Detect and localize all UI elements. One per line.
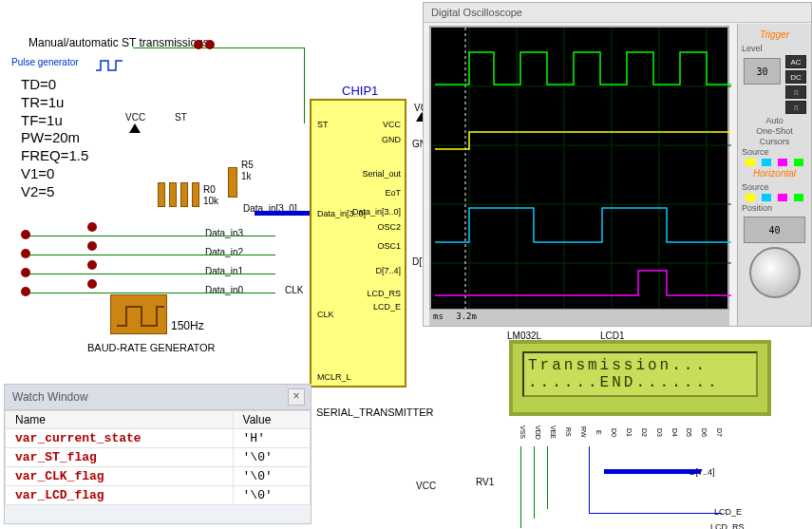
table-row[interactable]: var_current_state'H' (6, 429, 311, 448)
pin-eot: EoT (355, 188, 401, 198)
switch-st-b[interactable] (205, 40, 215, 49)
vcc-label-3: VCC (416, 481, 436, 491)
edge-rising-icon[interactable]: ⎍ (785, 85, 806, 99)
pin-lcde: LCD_E (355, 302, 401, 312)
data-in1-label: Data_in1 (205, 266, 243, 276)
data-in0-label: Data_in0 (205, 285, 243, 295)
var-value: '\0' (233, 467, 310, 486)
horizontal-heading: Horizontal (742, 168, 807, 179)
param-td: TD=0 (21, 76, 88, 94)
dc-button[interactable]: DC (785, 70, 806, 84)
scope-time-value: 3.2m (456, 312, 477, 321)
oneshot-button[interactable]: One-Shot (742, 126, 807, 136)
switch-d2-b[interactable] (87, 241, 97, 251)
param-tf: TF=1u (21, 112, 88, 130)
lcd-pin: D6 (694, 422, 708, 443)
wire (133, 47, 304, 48)
timebase-dial[interactable] (749, 247, 801, 298)
watch-window-title: Watch Window × (5, 385, 311, 410)
chip-title: CHIP1 (342, 84, 378, 98)
lcd-pin: RS (558, 422, 572, 443)
level-value: 30 (756, 66, 767, 77)
lcd-line-2: ......END....... (528, 374, 752, 391)
pin-serialout: Serial_out (348, 169, 401, 179)
watch-title-text: Watch Window (12, 390, 88, 404)
var-value: 'H' (233, 429, 310, 448)
lcd-line-1: Transmission... (528, 357, 752, 374)
cursors-button[interactable]: Cursors (742, 137, 807, 146)
level-slider[interactable]: 30 (744, 58, 781, 85)
r0-value: 10k (203, 196, 218, 206)
watch-col-value[interactable]: Value (233, 411, 310, 429)
wire (589, 446, 590, 513)
vcc-arrow-icon (129, 123, 141, 133)
auto-button[interactable]: Auto (742, 116, 807, 125)
source-selector-2[interactable] (742, 194, 807, 201)
table-row[interactable]: var_LCD_flag'\0' (6, 486, 311, 505)
lcd-pin: D0 (604, 422, 617, 443)
clk-label: CLK (285, 285, 303, 295)
var-name: var_ST_flag (6, 448, 234, 467)
oscilloscope-screen[interactable] (429, 26, 729, 320)
resistor-r0b[interactable] (169, 182, 177, 207)
edge-falling-icon[interactable]: ⎍ (785, 101, 806, 114)
switch-d3-b[interactable] (87, 222, 97, 232)
lcd-pin: D4 (665, 422, 678, 443)
oscilloscope-panel: Trigger Level 30 AC DC ⎍ ⎍ Auto One-Shot… (737, 24, 811, 326)
pin-osc2: OSC2 (355, 222, 401, 232)
pulse-params: TD=0 TR=1u TF=1u PW=20m FREQ=1.5 V1=0 V2… (21, 76, 88, 200)
var-value: '\0' (233, 486, 310, 505)
data-bus-wire (255, 211, 310, 216)
source-label-2: Source (742, 182, 807, 192)
pin-st: ST (317, 120, 329, 129)
vcc-label: VCC (125, 112, 145, 123)
switch-d0-a[interactable] (21, 287, 30, 296)
watch-table: Name Value var_current_state'H' var_ST_f… (5, 410, 311, 505)
switch-st-a[interactable] (194, 40, 203, 49)
data-in3-label: Data_in3 (205, 228, 243, 238)
switch-d2-a[interactable] (21, 249, 30, 258)
pin-mclr: MCLR_L (317, 372, 351, 382)
wire (547, 446, 548, 509)
ac-button[interactable]: AC (785, 55, 806, 68)
wire (28, 274, 275, 274)
data-in2-label: Data_in2 (205, 247, 243, 257)
baud-caption: BAUD-RATE GENERATOR (87, 342, 215, 353)
position-slider[interactable]: 40 (744, 217, 805, 243)
pin-vcc: VCC (355, 120, 401, 129)
wire (28, 293, 275, 293)
switch-d0-b[interactable] (87, 279, 97, 289)
var-name: var_LCD_flag (6, 486, 234, 505)
watch-window[interactable]: Watch Window × Name Value var_current_st… (4, 384, 312, 524)
lcd-display[interactable]: Transmission... ......END....... (509, 340, 771, 416)
watch-col-name[interactable]: Name (6, 411, 234, 429)
table-row[interactable]: var_CLK_flag'\0' (6, 467, 311, 486)
pin-clk: CLK (317, 310, 334, 319)
resistor-r0d[interactable] (192, 182, 199, 207)
switch-d1-b[interactable] (87, 260, 97, 270)
switch-d1-a[interactable] (21, 268, 30, 277)
scope-waveforms (431, 28, 731, 322)
level-label: Level (742, 44, 807, 53)
position-label: Position (742, 203, 807, 213)
source-label: Source (742, 147, 807, 157)
resistor-r5[interactable] (228, 167, 237, 198)
var-name: var_current_state (6, 429, 234, 448)
source-selector[interactable] (742, 159, 807, 166)
square-wave-icon (111, 295, 168, 335)
pulse-icon (95, 57, 123, 74)
pin-gnd: GND (355, 135, 401, 144)
d74-bus-wire (604, 469, 701, 474)
baud-rate-generator[interactable] (110, 294, 167, 334)
trigger-heading: Trigger (742, 29, 807, 40)
wire (28, 255, 275, 255)
lcd-pin: VSS (513, 422, 526, 443)
resistor-r0c[interactable] (180, 182, 188, 207)
oscilloscope-window[interactable]: Digital Oscilloscope ms 3.2m Trigger (423, 2, 812, 327)
scope-ms-label: ms (433, 312, 444, 321)
lcd-pin: D7 (709, 422, 723, 443)
resistor-r0a[interactable] (158, 182, 165, 207)
table-row[interactable]: var_ST_flag'\0' (6, 448, 311, 467)
switch-d3-a[interactable] (21, 230, 30, 239)
close-icon[interactable]: × (288, 388, 305, 406)
